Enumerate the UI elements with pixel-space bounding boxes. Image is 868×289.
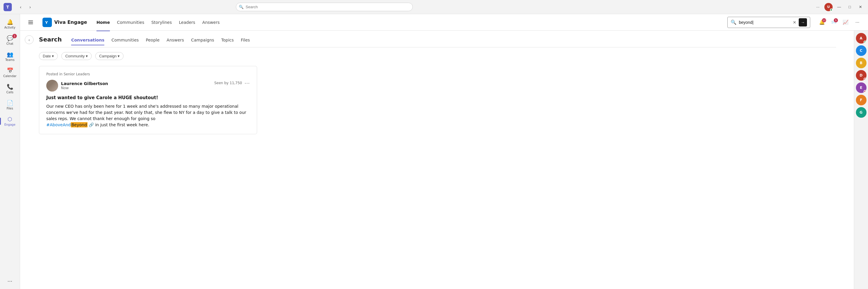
tab-people[interactable]: People	[146, 35, 160, 45]
ve-nav-leaders[interactable]: Leaders	[179, 19, 195, 26]
more-icon: ···	[7, 278, 12, 284]
nav-controls: ‹ ›	[17, 3, 34, 11]
post-actions: Seen by 11,750 ⋯	[214, 80, 250, 86]
sidebar-item-files[interactable]: 📄 Files	[0, 98, 20, 112]
close-button[interactable]: ✕	[856, 3, 865, 11]
tab-campaigns[interactable]: Campaigns	[191, 35, 214, 45]
sidebar-more-button[interactable]: ···	[0, 276, 20, 287]
post-avatar-img	[46, 80, 58, 92]
community-filter-button[interactable]: Community ▾	[61, 52, 92, 60]
sidebar-item-calls[interactable]: 📞 Calls	[0, 81, 20, 96]
ve-logo-icon: Y	[42, 17, 52, 27]
post-hashtag[interactable]: #AboveAnd	[46, 122, 71, 127]
post-author-info: Laurence Gilbertson Now	[61, 81, 108, 90]
engage-icon: ⬡	[8, 116, 12, 122]
rs-avatar-1[interactable]: A	[856, 33, 867, 43]
campaign-filter-button[interactable]: Campaign ▾	[95, 52, 124, 60]
messages-badge: 5	[834, 18, 838, 22]
sidebar-item-chat[interactable]: 💬 Chat 1	[0, 33, 20, 48]
ve-nav-home[interactable]: Home	[96, 19, 110, 26]
tab-topics[interactable]: Topics	[221, 35, 234, 45]
sidebar-item-label: Calls	[6, 91, 13, 94]
forward-nav-button[interactable]: ›	[26, 3, 34, 11]
right-sidebar: A C B D E F G	[854, 31, 868, 289]
sidebar-item-activity[interactable]: 🔔 Activity	[0, 16, 20, 32]
hamburger-button[interactable]	[26, 17, 35, 27]
svg-rect-2	[28, 24, 33, 24]
post-link-icon: 🔗	[89, 122, 94, 127]
rs-avatar-7[interactable]: G	[856, 107, 867, 118]
rs-avatar-5[interactable]: E	[856, 82, 867, 93]
notifications-badge: 12	[822, 18, 826, 22]
teams-icon: 👥	[7, 51, 13, 58]
title-search-input[interactable]	[236, 3, 413, 11]
viva-engage-logo: Y Viva Engage	[42, 17, 87, 27]
notifications-button[interactable]: 🔔 12	[817, 17, 827, 27]
back-nav-button[interactable]: ‹	[17, 3, 25, 11]
tab-conversations[interactable]: Conversations	[71, 35, 104, 45]
user-avatar[interactable]: U	[824, 3, 833, 11]
ve-search-submit-button[interactable]: →	[799, 18, 807, 27]
post-seen-count: Seen by 11,750	[214, 81, 242, 85]
post-avatar	[46, 80, 58, 92]
sidebar-item-engage[interactable]: ⬡ Engage	[0, 114, 20, 129]
chat-badge: 1	[12, 34, 17, 38]
sidebar-item-label: Activity	[4, 26, 16, 29]
post-time: Now	[61, 86, 108, 90]
title-search: 🔍	[236, 3, 413, 11]
date-filter-button[interactable]: Date ▾	[39, 52, 58, 60]
post-author-left: Laurence Gilbertson Now	[46, 80, 108, 92]
rs-avatar-6[interactable]: F	[856, 95, 867, 105]
ve-search-clear-button[interactable]: ✕	[793, 20, 796, 25]
viva-engage-app: Y Viva Engage Home Communities Storyline…	[20, 14, 868, 289]
ve-actions: 🔔 12 📨 5 📈 ···	[817, 17, 862, 27]
maximize-button[interactable]: □	[846, 3, 854, 11]
sidebar-item-label: Engage	[4, 123, 16, 126]
ve-search-bar: 🔍 ✕ →	[727, 17, 810, 28]
sidebar-item-label: Calendar	[3, 74, 17, 78]
tab-communities[interactable]: Communities	[112, 35, 139, 45]
title-search-icon: 🔍	[239, 5, 244, 9]
rs-avatar-4[interactable]: D	[856, 70, 867, 81]
ve-search-input[interactable]	[739, 20, 790, 25]
rs-avatar-badge-5	[864, 90, 867, 93]
sidebar-item-calendar[interactable]: 📅 Calendar	[0, 65, 20, 80]
title-bar-right: ··· U — □ ✕	[814, 3, 865, 11]
svg-rect-1	[28, 22, 33, 23]
minimize-button[interactable]: —	[835, 3, 843, 11]
analytics-button[interactable]: 📈	[841, 17, 850, 27]
search-back-button[interactable]: ‹	[25, 35, 34, 44]
online-status	[830, 8, 833, 11]
post-title: Just wanted to give Carole a HUGE shouto…	[46, 95, 250, 100]
ve-nav-storylines[interactable]: Storylines	[151, 19, 172, 26]
search-results: Search Conversations Communities People …	[20, 31, 854, 289]
sidebar-item-label: Chat	[6, 42, 13, 45]
svg-text:Y: Y	[45, 20, 48, 25]
calls-icon: 📞	[7, 83, 13, 90]
search-title: Search	[39, 36, 62, 43]
post-more-button[interactable]: ⋯	[244, 80, 250, 86]
ve-nav-communities[interactable]: Communities	[117, 19, 145, 26]
ve-nav-answers[interactable]: Answers	[202, 19, 220, 26]
svg-rect-0	[28, 21, 33, 21]
ve-logo-text: Viva Engage	[54, 20, 87, 25]
left-sidebar: 🔔 Activity 💬 Chat 1 👥 Teams 📅 Calendar 📞…	[0, 14, 20, 289]
content-area: ‹ Search Conversations Communities Peopl…	[20, 31, 868, 289]
tab-answers[interactable]: Answers	[166, 35, 184, 45]
search-header: Search Conversations Communities People …	[39, 35, 836, 45]
ve-more-button[interactable]: ···	[852, 17, 862, 27]
teams-logo: T	[3, 3, 12, 11]
rs-avatar-3[interactable]: B	[856, 58, 867, 68]
date-filter-chevron: ▾	[52, 54, 54, 58]
ve-nav: Home Communities Storylines Leaders Answ…	[96, 19, 220, 26]
files-icon: 📄	[7, 100, 13, 106]
messages-button[interactable]: 📨 5	[829, 17, 838, 27]
post-card: Posted in Senior Leaders Laurence Gilber…	[39, 66, 257, 134]
sidebar-item-teams[interactable]: 👥 Teams	[0, 49, 20, 64]
campaign-filter-chevron: ▾	[118, 54, 120, 58]
activity-icon: 🔔	[7, 19, 13, 25]
more-options-button[interactable]: ···	[814, 3, 822, 11]
tab-files[interactable]: Files	[241, 35, 250, 45]
rs-avatar-2[interactable]: C	[856, 45, 867, 56]
post-body-text-2: in just the first week here.	[95, 122, 150, 127]
